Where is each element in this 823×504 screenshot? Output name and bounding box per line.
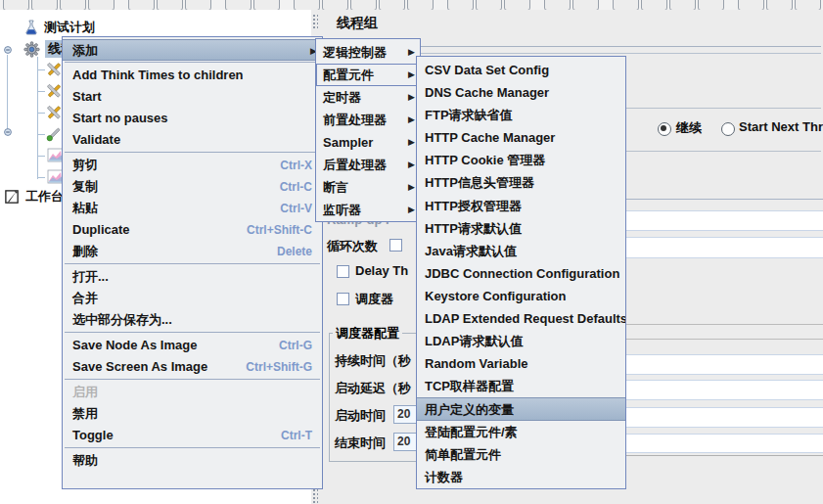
config-submenu-item[interactable]: TCP取样器配置 [417,375,625,397]
config-submenu-item[interactable]: 登陆配置元件/素 [417,421,625,443]
config-submenu-item[interactable]: Java请求默认值 [417,240,625,262]
context-menu-item[interactable]: 剪切Ctrl-X [63,155,322,176]
text-field[interactable] [626,407,823,428]
add-submenu-item[interactable]: 逻辑控制器▶ [316,41,420,64]
toolbar-button[interactable] [738,0,764,10]
loop-forever-checkbox[interactable] [389,239,402,252]
scheduler-checkbox[interactable] [337,293,349,305]
collapse-handle-icon[interactable] [3,127,13,137]
separator-line [626,324,823,325]
config-submenu-item[interactable]: 用户定义的变量 [417,397,625,420]
add-submenu-item[interactable]: 前置处理器▶ [316,109,420,131]
tree-connector-line [7,55,8,133]
delay-thread-checkbox[interactable] [337,265,349,278]
add-submenu-item[interactable]: 断言▶ [316,176,420,199]
separator-line [626,199,823,200]
toolbar-button[interactable] [60,0,86,10]
crossed-tools-icon[interactable] [45,104,63,121]
add-submenu-item[interactable]: Sampler▶ [316,131,420,154]
toolbar-button[interactable] [3,0,29,10]
add-submenu-item[interactable]: 后置处理器▶ [316,154,420,176]
toolbar-button[interactable] [31,0,58,10]
context-menu-item[interactable]: 打开... [63,266,322,288]
text-field[interactable] [626,434,823,453]
toolbar-button[interactable] [641,0,667,10]
start-time-field[interactable]: 20 [393,405,417,424]
context-menu-item[interactable]: Add Think Times to children [63,65,322,86]
toolbar-button[interactable] [157,0,183,10]
config-submenu-item[interactable]: FTP请求缺省值 [417,104,625,126]
scheduler-label: 调度器 [355,291,393,308]
config-submenu-item[interactable]: LDAP Extended Request Defaults [417,307,625,330]
toolbar-button[interactable] [447,0,474,10]
toolbar-button[interactable] [476,0,502,10]
toolbar-button[interactable] [294,0,320,10]
config-submenu-item[interactable]: CSV Data Set Config [417,59,625,81]
toolbar-button[interactable] [185,0,211,10]
context-menu-item[interactable]: DuplicateCtrl+Shift-C [63,219,322,241]
text-field[interactable] [626,237,823,258]
end-time-field[interactable]: 20 [393,433,417,451]
config-submenu-item[interactable]: HTTP请求默认值 [417,217,625,240]
divider-grip-icon[interactable] [312,488,318,504]
context-menu-item[interactable]: Save Node As ImageCtrl-G [63,335,322,356]
config-submenu-item[interactable]: JDBC Connection Configuration [417,262,625,285]
text-field[interactable] [626,210,823,231]
context-menu-item[interactable]: Validate [63,129,322,151]
config-submenu-item[interactable]: HTTP信息头管理器 [417,171,625,194]
context-menu-item[interactable]: 帮助 [63,450,322,472]
tree-node-workbench[interactable]: 工作台 [4,188,64,206]
divider-grip-icon[interactable] [312,14,318,29]
add-submenu-item[interactable]: 配置元件▶ [316,64,420,86]
context-menu-item[interactable]: Save Screen As ImageCtrl+Shift-G [63,356,322,378]
collapse-handle-icon[interactable] [3,45,13,55]
config-submenu-item[interactable]: 简单配置元件 [417,443,625,466]
crossed-tools-icon[interactable] [45,61,63,78]
toolbar-button[interactable] [669,0,696,10]
toolbar-button[interactable] [544,0,571,10]
config-submenu-item[interactable]: HTTP授权管理器 [417,195,625,217]
context-menu-item[interactable]: ToggleCtrl-T [63,425,322,446]
config-submenu-item[interactable]: DNS Cache Manager [417,81,625,104]
context-menu-item[interactable]: 合并 [63,288,322,309]
text-field[interactable] [626,354,823,375]
radio-start-next-thread[interactable] [721,122,735,136]
context-menu-item[interactable]: 复制Ctrl-C [63,176,322,198]
context-menu-item[interactable]: Start [63,86,322,108]
toolbar-button[interactable] [322,0,348,10]
tree-node-label: 工作台 [25,188,64,206]
context-menu-item[interactable]: 粘贴Ctrl-V [63,198,322,219]
toolbar-button[interactable] [766,0,793,10]
toolbar-button[interactable] [350,0,377,10]
add-submenu-item[interactable]: 定时器▶ [316,86,420,109]
context-menu-item[interactable]: 禁用 [63,403,322,425]
toolbar-button[interactable] [613,0,639,10]
config-submenu-item[interactable]: HTTP Cookie 管理器 [417,149,625,171]
toolbar-button[interactable] [253,0,280,10]
config-submenu-item[interactable]: 计数器 [417,466,625,488]
toolbar-button[interactable] [698,0,724,10]
toolbar-button[interactable] [379,0,405,10]
toolbar-button[interactable] [407,0,434,10]
tree-node-test-plan[interactable]: 测试计划 [23,19,95,36]
context-menu-item[interactable]: 添加▶ [63,39,322,61]
context-menu-item[interactable]: Start no pauses [63,108,322,129]
toolbar-button[interactable] [225,0,251,10]
toolbar-button[interactable] [572,0,599,10]
config-submenu-item[interactable]: HTTP Cache Manager [417,126,625,149]
context-menu-item[interactable]: 选中部分保存为... [63,309,322,331]
toolbar-button[interactable] [128,0,155,10]
add-submenu-item[interactable]: 监听器▶ [316,199,420,221]
config-submenu-item[interactable]: Keystore Configuration [417,285,625,307]
context-menu-item[interactable]: 删除Delete [63,241,322,262]
config-submenu-item[interactable]: LDAP请求默认值 [417,330,625,352]
config-submenu-item[interactable]: Random Variable [417,352,625,375]
crossed-tools-icon[interactable] [45,82,63,100]
dropper-icon[interactable] [45,125,63,143]
toolbar-button[interactable] [795,0,821,10]
text-field[interactable] [626,380,823,400]
toolbar-button[interactable] [88,0,114,10]
radio-continue[interactable] [658,122,671,136]
toolbar-group-gap [601,0,611,10]
toolbar-button[interactable] [504,0,530,10]
